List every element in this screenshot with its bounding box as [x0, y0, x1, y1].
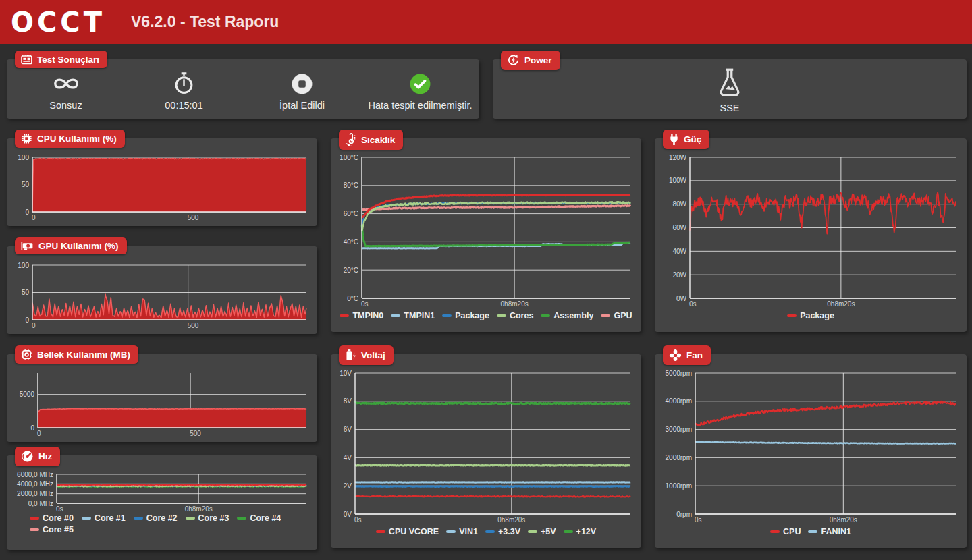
legend-swatch: [30, 528, 39, 531]
speed-legend: Core #0Core #1Core #2Core #3Core #4Core …: [12, 513, 312, 534]
legend-item: VIN1: [446, 527, 478, 536]
legend-item: Package: [787, 311, 834, 320]
power-test-type: SSE: [716, 67, 743, 113]
legend-item: +3.3V: [485, 527, 520, 536]
voltage-badge: Voltaj: [339, 345, 394, 365]
legend-item: Core #5: [30, 525, 74, 534]
memory-usage-badge: Bellek Kullanımı (MB): [15, 345, 138, 364]
power-chart-panel: Güç 0W20W40W60W80W100W120W0s0h8m20s Pack…: [655, 138, 967, 332]
legend-label: TMPIN0: [352, 311, 383, 320]
legend-label: Core #1: [94, 513, 126, 523]
legend-label: GPU: [614, 311, 632, 320]
temperature-badge: Sıcaklık: [339, 130, 403, 150]
legend-swatch: [541, 314, 550, 317]
svg-text:60°C: 60°C: [344, 210, 358, 217]
legend-item: +12V: [564, 527, 597, 536]
legend-label: Assembly: [554, 311, 593, 320]
gpu-usage-chart: 0501000500: [12, 261, 312, 330]
chart-svg: 0V2V4V6V8V10V0s0h8m20s: [336, 369, 636, 524]
svg-text:80W: 80W: [672, 200, 686, 208]
cpu-usage-title: CPU Kullanımı (%): [37, 134, 117, 144]
svg-text:500: 500: [188, 214, 199, 221]
svg-text:0s: 0s: [354, 516, 362, 524]
legend-label: CPU: [783, 527, 801, 536]
temperature-panel: Sıcaklık 0°C20°C40°C60°C80°C100°C0s0h8m2…: [331, 138, 641, 332]
svg-text:40°C: 40°C: [344, 238, 358, 246]
test-results-panel: Test Sonuçları Sonsuz 00:15:01 İptal Edi…: [7, 59, 479, 119]
legend-label: Cores: [510, 311, 533, 320]
legend-swatch: [30, 517, 39, 520]
cpu-icon: [21, 133, 32, 144]
legend-item: +5V: [528, 527, 556, 536]
fan-badge: Fan: [663, 345, 711, 365]
elapsed-time-value: 00:15:01: [165, 100, 202, 111]
svg-text:4000rpm: 4000rpm: [666, 397, 692, 405]
power-test-type-label: SSE: [720, 103, 739, 113]
chart-grid: CPU Kullanımı (%) 0501000500 GPU Kullanı…: [7, 138, 967, 550]
legend-swatch: [340, 314, 349, 317]
svg-text:0W: 0W: [676, 295, 687, 302]
svg-text:50: 50: [22, 289, 30, 296]
legend-swatch: [770, 530, 780, 533]
legend-swatch: [601, 314, 610, 317]
chart-column-2: Sıcaklık 0°C20°C40°C60°C80°C100°C0s0h8m2…: [331, 138, 641, 548]
test-item-error-result: Hata tespit edilmemiştir.: [361, 72, 479, 111]
test-results-badge: Test Sonuçları: [15, 51, 107, 68]
legend-label: CPU VCORE: [389, 527, 439, 536]
svg-text:60W: 60W: [672, 224, 686, 231]
power-badge-label: Power: [524, 55, 552, 65]
legend-swatch: [528, 530, 537, 533]
svg-text:80°C: 80°C: [344, 181, 358, 189]
gpu-usage-badge: GPU Kullanımı (%): [15, 237, 127, 254]
chart-svg: 0501000500: [12, 153, 312, 222]
status-label: İptal Edildi: [279, 100, 325, 111]
svg-text:0h8m20s: 0h8m20s: [827, 300, 855, 308]
svg-text:0: 0: [25, 208, 29, 216]
power-chart: 0W20W40W60W80W100W120W0s0h8m20s: [660, 153, 961, 308]
svg-text:100: 100: [18, 154, 29, 161]
svg-text:0,0 MHz: 0,0 MHz: [28, 500, 53, 507]
legend-label: +3.3V: [498, 527, 520, 536]
svg-text:2000,0 MHz: 2000,0 MHz: [17, 490, 53, 497]
svg-text:5000rpm: 5000rpm: [666, 370, 692, 377]
top-row: Test Sonuçları Sonsuz 00:15:01 İptal Edi…: [7, 59, 967, 119]
svg-text:0s: 0s: [361, 300, 369, 308]
svg-text:3000rpm: 3000rpm: [666, 426, 692, 433]
svg-text:0°C: 0°C: [347, 295, 358, 302]
legend-item: FANIN1: [808, 527, 850, 536]
svg-text:0h8m20s: 0h8m20s: [830, 516, 857, 524]
speed-title: Hız: [38, 451, 52, 461]
svg-text:0h8m20s: 0h8m20s: [185, 505, 213, 513]
legend-label: Core #3: [198, 513, 230, 523]
power-chart-title: Güç: [684, 134, 701, 144]
legend-swatch: [564, 530, 573, 533]
report-content: Test Sonuçları Sonsuz 00:15:01 İptal Edi…: [0, 44, 972, 550]
legend-item: Core #2: [134, 513, 178, 523]
power-test-panel: Power SSE: [493, 59, 967, 119]
svg-text:100W: 100W: [669, 177, 687, 184]
chart-svg: 0°C20°C40°C60°C80°C100°C0s0h8m20s: [336, 153, 636, 308]
chart-svg: 0,0 MHz2000,0 MHz4000,0 MHz6000,0 MHz0s0…: [12, 470, 312, 513]
svg-text:0: 0: [32, 322, 36, 329]
legend-item: GPU: [601, 311, 632, 320]
svg-text:5000: 5000: [20, 391, 35, 398]
legend-swatch: [134, 517, 143, 520]
legend-item: CPU VCORE: [376, 527, 439, 536]
memory-icon: [21, 349, 32, 360]
gpu-usage-title: GPU Kullanımı (%): [38, 241, 119, 251]
svg-text:20°C: 20°C: [344, 267, 358, 274]
legend-label: FANIN1: [821, 527, 850, 536]
memory-usage-chart: 050000500: [12, 369, 312, 438]
legend-item: TMPIN1: [391, 311, 435, 320]
speed-chart: 0,0 MHz2000,0 MHz4000,0 MHz6000,0 MHz0s0…: [12, 470, 312, 513]
legend-item: Core #0: [30, 513, 74, 523]
svg-text:0s: 0s: [695, 516, 702, 524]
test-results-items: Sonsuz 00:15:01 İptal Edildi Hata tespit…: [7, 72, 479, 111]
legend-item: Cores: [497, 311, 533, 320]
legend-label: Core #5: [43, 525, 74, 534]
legend-swatch: [497, 314, 506, 317]
legend-swatch: [237, 517, 246, 520]
stop-icon: [291, 72, 313, 96]
gpu-usage-panel: GPU Kullanımı (%) 0501000500: [7, 246, 317, 334]
speed-badge: Hız: [15, 447, 60, 466]
